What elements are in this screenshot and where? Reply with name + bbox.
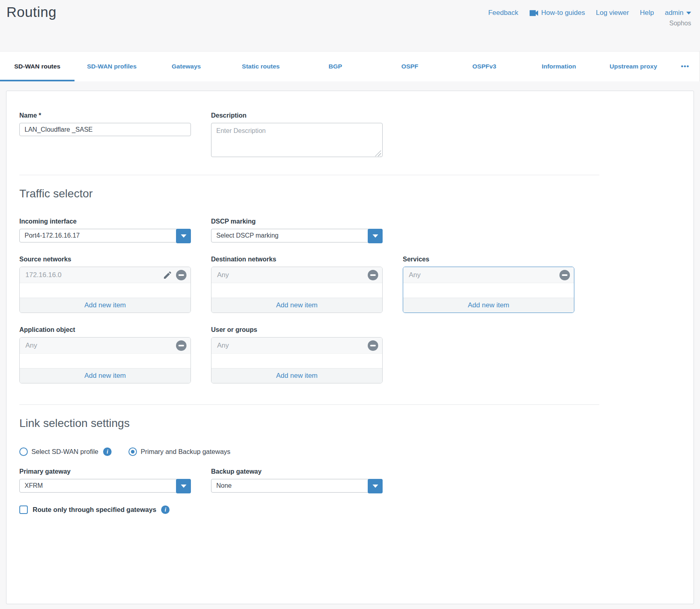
remove-item-icon[interactable] <box>559 270 570 280</box>
backup-gateway-value: None <box>216 482 232 489</box>
link-selection-radio-group: Select SD-WAN profile i Primary and Back… <box>19 447 681 456</box>
edit-pencil-icon[interactable] <box>163 270 172 280</box>
primary-gateway-dropdown-button[interactable] <box>176 479 191 493</box>
chevron-down-icon <box>373 485 378 488</box>
howto-guides-label: How-to guides <box>541 9 585 17</box>
admin-menu[interactable]: admin <box>665 9 691 17</box>
more-tabs-button[interactable]: ••• <box>671 52 700 81</box>
backup-gateway-select[interactable]: None <box>211 479 383 493</box>
list-item: Any <box>403 267 574 283</box>
dscp-marking-value: Select DSCP marking <box>216 232 278 239</box>
list-item: Any <box>20 338 191 354</box>
video-camera-icon <box>529 10 538 17</box>
tab-gateways[interactable]: Gateways <box>149 52 224 81</box>
remove-item-icon[interactable] <box>176 340 186 351</box>
help-link[interactable]: Help <box>640 9 654 17</box>
tab-sdwan-profiles[interactable]: SD-WAN profiles <box>75 52 149 81</box>
dscp-marking-select[interactable]: Select DSCP marking <box>211 229 383 242</box>
info-icon[interactable]: i <box>161 505 170 514</box>
services-add-button[interactable]: Add new item <box>403 298 574 313</box>
services-box: Any Add new item <box>403 267 574 313</box>
item-list-empty-space <box>403 283 574 298</box>
radio-select-sdwan-profile[interactable] <box>19 447 28 456</box>
destination-networks-add-button[interactable]: Add new item <box>211 298 382 313</box>
primary-gateway-select[interactable]: XFRM <box>19 479 191 493</box>
user-or-groups-box: Any Add new item <box>211 337 383 383</box>
content-panel: Name * Description Traffic selector Inco… <box>6 91 694 604</box>
route-only-checkbox-label: Route only through specified gateways <box>33 506 156 514</box>
application-object-label: Application object <box>19 326 191 334</box>
list-item: Any <box>211 267 382 283</box>
remove-item-icon[interactable] <box>176 270 186 280</box>
feedback-link-label: Feedback <box>488 9 518 17</box>
description-input[interactable] <box>211 123 383 157</box>
page-header: Routing Feedback How-to guides Log viewe… <box>0 0 700 51</box>
header-right: Feedback How-to guides Log viewer Help a… <box>488 4 691 51</box>
feedback-link[interactable]: Feedback <box>488 9 518 17</box>
tab-bar: SD-WAN routes SD-WAN profiles Gateways S… <box>0 51 700 81</box>
tab-sdwan-routes[interactable]: SD-WAN routes <box>0 52 75 81</box>
section-divider <box>19 175 599 175</box>
dscp-marking-dropdown-button[interactable] <box>368 229 383 243</box>
item-list-empty-space <box>211 354 382 368</box>
list-item: Any <box>211 338 382 354</box>
destination-networks-label: Destination networks <box>211 256 383 263</box>
tab-information[interactable]: Information <box>522 52 596 81</box>
primary-gateway-label: Primary gateway <box>19 468 191 475</box>
remove-item-icon[interactable] <box>368 270 378 280</box>
incoming-interface-label: Incoming interface <box>19 218 191 225</box>
service-value: Any <box>409 271 420 279</box>
tab-ospf[interactable]: OSPF <box>373 52 447 81</box>
tab-upstream-proxy[interactable]: Upstream proxy <box>596 52 671 81</box>
item-list-empty-space <box>20 283 191 298</box>
description-wrap <box>211 123 383 159</box>
application-object-add-button[interactable]: Add new item <box>20 368 191 383</box>
remove-item-icon[interactable] <box>368 340 378 351</box>
dscp-marking-label: DSCP marking <box>211 218 383 225</box>
source-networks-label: Source networks <box>19 256 191 263</box>
chevron-down-icon <box>686 12 691 14</box>
chevron-down-icon <box>181 485 186 488</box>
incoming-interface-select[interactable]: Port4-172.16.16.17 <box>19 229 191 242</box>
radio-primary-backup-gateways-label: Primary and Backup gateways <box>141 448 230 456</box>
route-only-checkbox[interactable] <box>19 505 28 514</box>
name-label: Name * <box>19 112 191 119</box>
backup-gateway-dropdown-button[interactable] <box>368 479 383 493</box>
backup-gateway-label: Backup gateway <box>211 468 383 475</box>
source-network-value: 172.16.16.0 <box>25 271 62 279</box>
info-icon[interactable]: i <box>103 447 112 456</box>
route-only-row: Route only through specified gateways i <box>19 505 681 514</box>
chevron-down-icon <box>373 234 378 238</box>
log-viewer-label: Log viewer <box>596 9 629 17</box>
admin-menu-label: admin <box>665 9 683 17</box>
application-object-box: Any Add new item <box>19 337 191 383</box>
help-label: Help <box>640 9 654 17</box>
source-networks-add-button[interactable]: Add new item <box>20 298 191 313</box>
incoming-interface-value: Port4-172.16.16.17 <box>25 232 80 239</box>
user-or-groups-label: User or groups <box>211 326 383 334</box>
chevron-down-icon <box>181 234 186 238</box>
description-label: Description <box>211 112 383 119</box>
item-list-empty-space <box>20 354 191 368</box>
header-links: Feedback How-to guides Log viewer Help a… <box>488 9 691 17</box>
destination-networks-box: Any Add new item <box>211 267 383 313</box>
traffic-selector-heading: Traffic selector <box>19 187 681 200</box>
radio-primary-backup-gateways[interactable] <box>128 447 137 456</box>
brand-label: Sophos <box>669 20 691 27</box>
services-label: Services <box>403 256 574 263</box>
tab-static-routes[interactable]: Static routes <box>224 52 298 81</box>
source-networks-box: 172.16.16.0 Add new item <box>19 267 191 313</box>
destination-network-value: Any <box>217 271 229 279</box>
user-or-groups-add-button[interactable]: Add new item <box>211 368 382 383</box>
name-input[interactable] <box>19 123 191 136</box>
log-viewer-link[interactable]: Log viewer <box>596 9 629 17</box>
user-or-groups-value: Any <box>217 342 229 350</box>
application-object-value: Any <box>25 342 37 350</box>
tab-bgp[interactable]: BGP <box>298 52 373 81</box>
radio-select-sdwan-profile-label: Select SD-WAN profile <box>31 448 98 456</box>
howto-guides-link[interactable]: How-to guides <box>529 9 585 17</box>
link-selection-heading: Link selection settings <box>19 417 681 430</box>
primary-gateway-value: XFRM <box>25 482 43 489</box>
tab-ospfv3[interactable]: OSPFv3 <box>447 52 522 81</box>
incoming-interface-dropdown-button[interactable] <box>176 229 191 243</box>
